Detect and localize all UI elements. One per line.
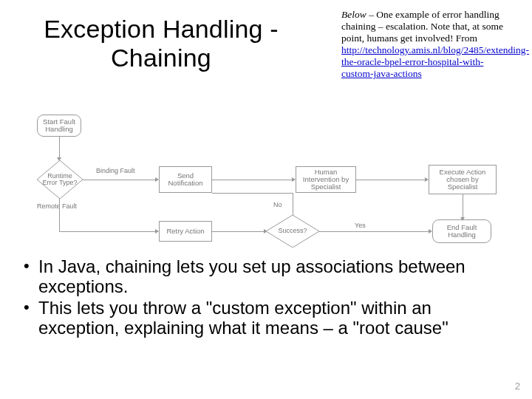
arrow [59,199,60,231]
label-binding-fault: Binding Fault [96,168,135,174]
bullet-text: This lets you throw a "custom exception"… [38,298,449,338]
label-yes: Yes [355,222,366,229]
node-start-label: Start Fault Handling [40,118,78,133]
node-human-intervention: Human Intervention by Specialist [296,166,356,193]
arrow-head-icon [460,217,465,221]
node-execute-action-label: Execute Action chosen by Specialist [432,168,494,191]
bullet-list: In Java, chaining lets you set up associ… [22,257,510,340]
node-human-intervention-label: Human Intervention by Specialist [299,168,353,191]
flowchart-diagram: Start Fault Handling Runtime Error Type?… [37,115,525,255]
arrow [212,231,264,232]
node-start: Start Fault Handling [37,115,81,137]
arrow [293,193,293,215]
list-item: This lets you throw a "custom exception"… [22,299,510,338]
node-decision-success-label: Success? [266,228,319,234]
arrow [319,231,429,232]
caption-note: Below – One example of error handling ch… [341,9,510,80]
node-end: End Fault Handling [432,219,491,243]
arrow [59,231,155,232]
bullet-text: In Java, chaining lets you set up associ… [38,256,466,296]
node-decision-error-type-label: Runtime Error Type? [37,173,83,187]
arrow [356,180,425,180]
arrow [212,180,292,180]
label-remote-fault: Remote Fault [37,203,77,210]
arrow [59,137,60,157]
page-number: 2 [515,381,520,392]
source-link[interactable]: http://technology.amis.nl/blog/2485/exte… [341,44,529,79]
node-end-label: End Fault Handling [435,224,488,239]
node-send-notification-label: Send Notification [162,172,209,187]
arrow [83,180,155,180]
node-send-notification: Send Notification [159,166,212,193]
node-retry-action: Retry Action [159,221,212,242]
label-no: No [273,202,282,208]
below-label: Below [341,9,366,20]
node-decision-success: Success? [266,215,319,248]
page-title: Exception Handling - Chaining [21,15,301,72]
caption-text: – One example of error handling chaining… [341,9,503,44]
node-execute-action: Execute Action chosen by Specialist [429,165,497,194]
arrow [463,194,463,219]
list-item: In Java, chaining lets you set up associ… [22,257,510,297]
arrow [212,193,293,194]
node-decision-error-type: Runtime Error Type? [37,160,83,199]
slide: Exception Handling - Chaining Below – On… [0,0,532,399]
node-retry-action-label: Retry Action [166,228,204,235]
